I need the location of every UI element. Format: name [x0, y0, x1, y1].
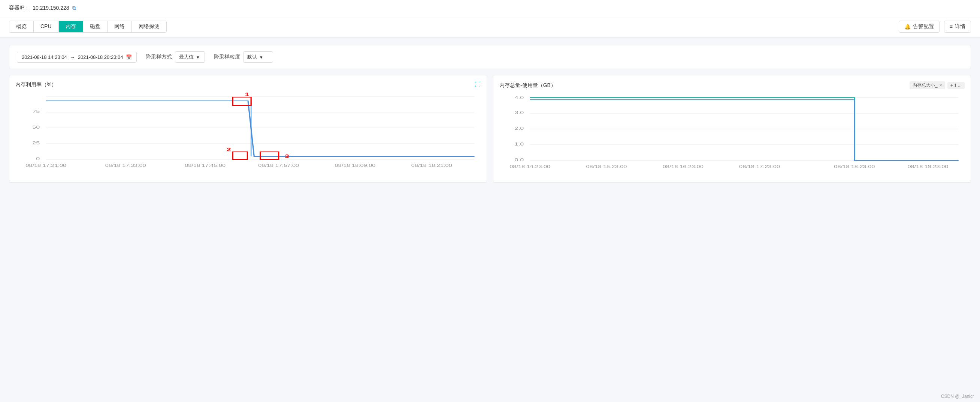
- filter-bar: 2021-08-18 14:23:04 → 2021-08-18 20:23:0…: [9, 45, 971, 69]
- tab-network-probe[interactable]: 网络探测: [132, 21, 166, 32]
- calendar-icon: 📅: [126, 54, 132, 60]
- memory-total-chart-card: 内存总量-使用量（GB） 内存总大小_ ✕ + 1 ...: [493, 75, 971, 183]
- svg-text:1: 1: [245, 93, 250, 97]
- svg-rect-11: [233, 152, 247, 160]
- container-ip-label: 容器IP：: [9, 5, 30, 11]
- nav-tabs: 概览 CPU 内存 磁盘 网络 网络探测: [9, 21, 167, 33]
- sample-method-select[interactable]: 最大值 ▾: [175, 51, 205, 63]
- svg-text:2: 2: [227, 147, 231, 152]
- legend-tag-memory-total: 内存总大小_ ✕: [910, 81, 945, 89]
- nav-tabs-section: 概览 CPU 内存 磁盘 网络 网络探测 🔔 告警配置 ≡ 详情: [0, 16, 980, 38]
- tab-disk[interactable]: 磁盘: [83, 21, 108, 32]
- chevron-down-icon: ▾: [197, 54, 199, 60]
- svg-text:08/18 14:23:00: 08/18 14:23:00: [509, 164, 550, 169]
- sample-method-label: 降采样方式: [146, 54, 172, 61]
- svg-text:08/18 17:33:00: 08/18 17:33:00: [105, 163, 146, 168]
- svg-text:3.0: 3.0: [514, 110, 524, 115]
- alert-config-label: 告警配置: [913, 23, 934, 30]
- chart-header-2: 内存总量-使用量（GB） 内存总大小_ ✕ + 1 ...: [500, 81, 965, 89]
- memory-usage-svg: 0 25 50 75 1 2: [15, 93, 480, 175]
- bell-icon: 🔔: [904, 24, 911, 30]
- svg-text:08/18 17:45:00: 08/18 17:45:00: [185, 163, 226, 168]
- memory-total-svg: 0.0 1.0 2.0 3.0 4.0 08/18 14:23:00 08/18…: [500, 94, 965, 176]
- date-end: 2021-08-18 20:23:04: [78, 54, 123, 60]
- svg-text:50: 50: [32, 125, 40, 129]
- svg-rect-12: [260, 152, 279, 160]
- chart-header-1: 内存利用率（%） ⛶: [15, 81, 480, 88]
- svg-text:75: 75: [32, 109, 40, 113]
- date-arrow: →: [70, 54, 75, 60]
- svg-text:08/18 17:21:00: 08/18 17:21:00: [25, 163, 66, 168]
- date-range-picker[interactable]: 2021-08-18 14:23:04 → 2021-08-18 20:23:0…: [17, 52, 137, 63]
- date-start: 2021-08-18 14:23:04: [22, 54, 67, 60]
- menu-icon: ≡: [950, 24, 953, 30]
- svg-text:4.0: 4.0: [514, 95, 524, 100]
- sample-granularity-value: 默认: [247, 54, 257, 61]
- memory-usage-chart-area: 0 25 50 75 1 2: [15, 93, 480, 175]
- nav-actions: 🔔 告警配置 ≡ 详情: [899, 21, 971, 33]
- svg-text:08/18 18:09:00: 08/18 18:09:00: [335, 163, 376, 168]
- svg-text:0.0: 0.0: [514, 158, 524, 162]
- svg-text:2.0: 2.0: [514, 126, 524, 131]
- sample-granularity-group: 降采样粒度 默认 ▾: [214, 51, 273, 63]
- svg-text:0: 0: [36, 156, 40, 161]
- svg-text:25: 25: [32, 140, 40, 145]
- memory-usage-chart-card: 内存利用率（%） ⛶ 0 25 50 75: [9, 75, 487, 183]
- svg-text:3: 3: [285, 153, 289, 159]
- tab-network[interactable]: 网络: [108, 21, 132, 32]
- svg-text:08/18 17:23:00: 08/18 17:23:00: [739, 164, 780, 169]
- chevron-down-icon-2: ▾: [260, 54, 262, 60]
- svg-text:08/18 15:23:00: 08/18 15:23:00: [586, 164, 627, 169]
- copy-icon[interactable]: ⧉: [72, 5, 76, 11]
- svg-text:08/18 18:21:00: 08/18 18:21:00: [411, 163, 452, 168]
- detail-label: 详情: [955, 23, 966, 30]
- legend-tag-label: 内存总大小_: [913, 82, 938, 88]
- alert-config-button[interactable]: 🔔 告警配置: [899, 21, 940, 33]
- svg-text:08/18 16:23:00: 08/18 16:23:00: [663, 164, 703, 169]
- sample-granularity-select[interactable]: 默认 ▾: [243, 51, 273, 63]
- svg-text:1.0: 1.0: [514, 142, 524, 146]
- legend-tag-close[interactable]: ✕: [939, 83, 942, 88]
- svg-text:08/18 18:23:00: 08/18 18:23:00: [834, 164, 875, 169]
- memory-total-chart-area: 0.0 1.0 2.0 3.0 4.0 08/18 14:23:00 08/18…: [500, 94, 965, 176]
- memory-usage-title: 内存利用率（%）: [15, 81, 57, 88]
- expand-icon-1[interactable]: ⛶: [475, 81, 480, 88]
- svg-text:08/18 19:23:00: 08/18 19:23:00: [907, 164, 948, 169]
- tab-cpu[interactable]: CPU: [34, 21, 59, 32]
- sample-method-value: 最大值: [179, 54, 194, 61]
- legend-tag-more[interactable]: + 1 ...: [947, 82, 965, 89]
- top-bar: 容器IP： 10.219.150.228 ⧉: [0, 0, 980, 16]
- sample-method-group: 降采样方式 最大值 ▾: [146, 51, 205, 63]
- memory-total-title: 内存总量-使用量（GB）: [500, 82, 556, 89]
- tab-memory[interactable]: 内存: [59, 21, 83, 32]
- sample-granularity-label: 降采样粒度: [214, 54, 240, 61]
- chart-legend-tags: 内存总大小_ ✕ + 1 ...: [910, 81, 965, 89]
- charts-row: 内存利用率（%） ⛶ 0 25 50 75: [9, 75, 971, 183]
- tab-overview[interactable]: 概览: [10, 21, 34, 32]
- detail-button[interactable]: ≡ 详情: [944, 21, 971, 33]
- container-ip-value: 10.219.150.228: [33, 5, 69, 11]
- svg-text:08/18 17:57:00: 08/18 17:57:00: [258, 163, 299, 168]
- main-content: 2021-08-18 14:23:04 → 2021-08-18 20:23:0…: [0, 38, 980, 190]
